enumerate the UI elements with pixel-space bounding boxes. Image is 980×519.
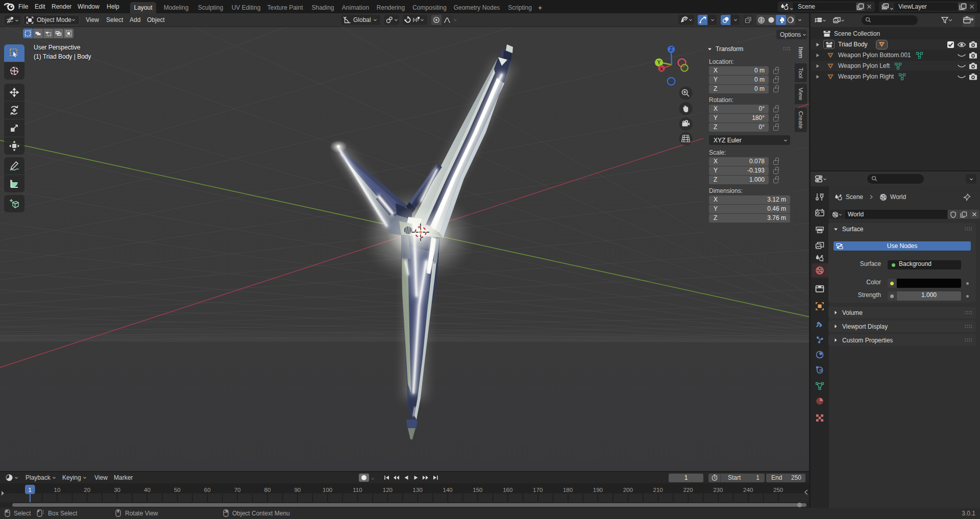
svg-text:60: 60 <box>204 487 211 493</box>
svg-text:240: 240 <box>743 487 753 493</box>
svg-text:130: 130 <box>413 487 423 493</box>
svg-text:80: 80 <box>264 487 271 493</box>
svg-text:40: 40 <box>144 487 151 493</box>
svg-text:220: 220 <box>683 487 693 493</box>
svg-text:X: X <box>660 66 664 71</box>
svg-text:210: 210 <box>653 487 663 493</box>
svg-text:150: 150 <box>473 487 482 493</box>
svg-text:190: 190 <box>593 487 603 493</box>
svg-text:170: 170 <box>533 487 543 493</box>
svg-text:160: 160 <box>503 487 512 493</box>
svg-text:90: 90 <box>294 487 301 493</box>
svg-text:110: 110 <box>353 487 362 493</box>
svg-text:50: 50 <box>174 487 181 493</box>
svg-text:120: 120 <box>383 487 393 493</box>
svg-text:30: 30 <box>114 487 120 493</box>
svg-text:20: 20 <box>84 487 90 493</box>
svg-text:10: 10 <box>54 487 61 493</box>
svg-text:Y: Y <box>657 59 660 65</box>
svg-text:Z: Z <box>670 46 673 52</box>
svg-text:180: 180 <box>563 487 573 493</box>
svg-text:1: 1 <box>28 487 31 493</box>
svg-text:70: 70 <box>234 487 241 493</box>
svg-text:140: 140 <box>443 487 453 493</box>
svg-text:200: 200 <box>623 487 633 493</box>
svg-text:230: 230 <box>713 487 723 493</box>
svg-text:250: 250 <box>773 487 783 493</box>
svg-text:100: 100 <box>323 487 332 493</box>
